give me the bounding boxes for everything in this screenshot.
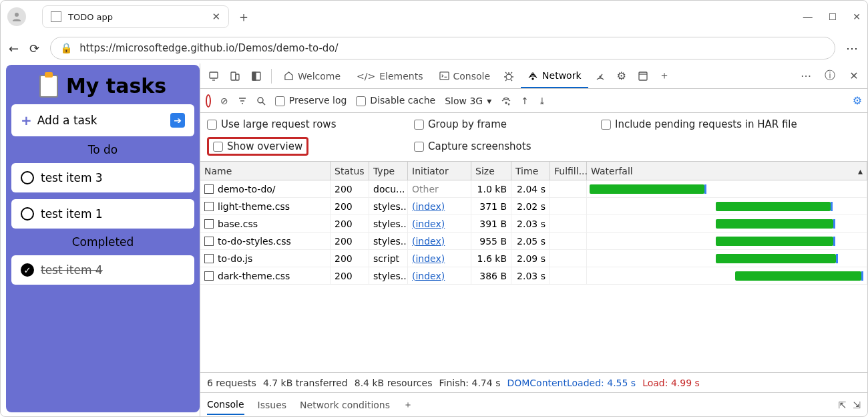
browser-tab[interactable]: TODO app ✕	[42, 5, 229, 28]
search-icon[interactable]	[256, 96, 266, 106]
window-close-icon[interactable]: ✕	[853, 11, 861, 22]
add-task-input[interactable]: + Add a task ➔	[11, 104, 194, 136]
task-item[interactable]: test item 1	[11, 199, 194, 229]
dock-icon[interactable]	[247, 71, 266, 82]
throttling-select[interactable]: Slow 3G ▾	[445, 96, 491, 106]
app-icon[interactable]	[634, 71, 652, 82]
drawer-tab-network-conditions[interactable]: Network conditions	[300, 400, 390, 410]
svg-rect-5	[252, 72, 256, 80]
network-row[interactable]: dark-theme.css200styles...(index)386 B2.…	[200, 267, 867, 285]
clear-button[interactable]: ⊘	[220, 96, 228, 106]
todo-app: My tasks + Add a task ➔ To do test item …	[6, 65, 200, 412]
task-checkbox-checked[interactable]: ✓	[21, 263, 34, 277]
profile-avatar[interactable]	[7, 7, 26, 26]
initiator-link[interactable]: (index)	[412, 253, 445, 264]
add-tab-icon[interactable]: ＋	[655, 69, 674, 83]
drawer-add-icon[interactable]: ＋	[403, 399, 413, 411]
col-fulfilled[interactable]: Fulfill...	[550, 162, 587, 180]
back-button[interactable]: ←	[9, 41, 19, 55]
preserve-log-checkbox[interactable]: Preserve log	[275, 95, 347, 106]
capture-screenshots-checkbox[interactable]: Capture screenshots	[414, 137, 601, 156]
network-table-body[interactable]: demo-to-do/200docu...Other1.0 kB2.04 sli…	[200, 180, 867, 372]
show-overview-checkbox[interactable]: Show overview	[207, 137, 308, 156]
network-row[interactable]: demo-to-do/200docu...Other1.0 kB2.04 s	[200, 180, 867, 198]
initiator-link[interactable]: (index)	[412, 236, 445, 247]
browser-menu-button[interactable]: ⋯	[846, 41, 859, 55]
initiator-link[interactable]: (index)	[412, 219, 445, 229]
large-rows-checkbox[interactable]: Use large request rows	[207, 118, 414, 130]
lock-icon: 🔒	[60, 42, 73, 54]
task-item[interactable]: test item 3	[11, 163, 194, 192]
disable-cache-checkbox[interactable]: Disable cache	[356, 95, 435, 106]
waterfall-bar	[716, 202, 831, 211]
pending-har-checkbox[interactable]: Include pending requests in HAR file	[601, 118, 861, 130]
col-status[interactable]: Status	[331, 162, 369, 180]
url-text: https://microsoftedge.github.io/Demos/de…	[79, 42, 338, 54]
drawer-tab-issues[interactable]: Issues	[258, 400, 287, 410]
task-checkbox[interactable]	[21, 171, 34, 184]
waterfall-bar	[716, 237, 833, 246]
devtools: Welcome </> Elements Console Network ⚙	[200, 63, 867, 416]
network-settings-icon[interactable]: ⚙	[853, 94, 862, 107]
record-button[interactable]	[206, 96, 211, 106]
waterfall-bar	[716, 254, 836, 263]
drawer-collapse-icon[interactable]: ⇲	[853, 400, 861, 410]
devtools-tabbar: Welcome </> Elements Console Network ⚙	[200, 63, 867, 89]
tab-elements[interactable]: </> Elements	[350, 63, 429, 88]
plus-icon: +	[21, 112, 32, 128]
network-row[interactable]: base.css200styles...(index)391 B2.03 s	[200, 215, 867, 233]
devtools-drawer: Console Issues Network conditions ＋ ⇱ ⇲	[200, 392, 867, 416]
network-row[interactable]: to-do.js200script(index)1.6 kB2.09 s	[200, 250, 867, 267]
col-type[interactable]: Type	[369, 162, 408, 180]
navigation-bar: ← ⟳ 🔒 https://microsoftedge.github.io/De…	[1, 33, 867, 63]
submit-task-button[interactable]: ➔	[170, 113, 185, 128]
more-tools-icon[interactable]: ⋯	[797, 70, 815, 82]
col-name[interactable]: Name	[200, 162, 331, 180]
todo-section-label: To do	[11, 143, 194, 156]
file-icon	[204, 184, 214, 194]
tab-console[interactable]: Console	[433, 63, 497, 88]
filter-icon[interactable]	[238, 96, 247, 106]
settings-gear-icon[interactable]: ⚙	[612, 70, 631, 82]
col-time[interactable]: Time	[511, 162, 550, 180]
wifi-settings-icon[interactable]	[501, 96, 511, 106]
window-minimize-icon[interactable]: ―	[803, 11, 813, 22]
col-initiator[interactable]: Initiator	[408, 162, 471, 180]
download-icon[interactable]: ⤓	[538, 96, 546, 106]
address-bar[interactable]: 🔒 https://microsoftedge.github.io/Demos/…	[50, 37, 835, 59]
performance-icon[interactable]	[591, 71, 610, 82]
network-table: Name Status Type Initiator Size Time Ful…	[200, 162, 867, 392]
task-checkbox[interactable]	[21, 207, 34, 221]
svg-rect-3	[236, 74, 239, 80]
col-size[interactable]: Size	[471, 162, 511, 180]
chevron-down-icon: ▾	[487, 96, 491, 106]
initiator-link[interactable]: (index)	[412, 271, 445, 281]
new-tab-button[interactable]: ＋	[237, 8, 250, 26]
waterfall-bar	[735, 271, 861, 281]
tab-network[interactable]: Network	[521, 63, 588, 88]
file-icon	[204, 254, 214, 263]
tab-close-icon[interactable]: ✕	[212, 11, 220, 23]
drawer-tab-console[interactable]: Console	[207, 399, 244, 415]
col-waterfall[interactable]: Waterfall▴	[587, 162, 867, 180]
group-by-frame-checkbox[interactable]: Group by frame	[414, 118, 601, 130]
window-maximize-icon[interactable]: ☐	[829, 11, 837, 22]
svg-rect-10	[639, 72, 647, 80]
device-icon[interactable]	[226, 71, 244, 82]
help-icon[interactable]: ⓘ	[821, 69, 839, 83]
title-bar: TODO app ✕ ＋ ― ☐ ✕	[1, 1, 867, 33]
devtools-close-icon[interactable]: ✕	[845, 70, 863, 82]
network-row[interactable]: light-theme.css200styles...(index)371 B2…	[200, 198, 867, 215]
drawer-expand-icon[interactable]: ⇱	[839, 400, 847, 410]
task-item-done[interactable]: ✓ test item 4	[11, 255, 194, 285]
inspect-icon[interactable]	[204, 71, 223, 82]
file-icon	[204, 271, 214, 281]
upload-icon[interactable]: ↑	[521, 96, 529, 106]
file-icon	[204, 202, 214, 211]
tab-welcome[interactable]: Welcome	[277, 63, 347, 88]
bug-icon[interactable]	[499, 71, 518, 82]
refresh-button[interactable]: ⟳	[29, 41, 39, 55]
initiator-link[interactable]: (index)	[412, 201, 445, 212]
network-row[interactable]: to-do-styles.css200styles...(index)955 B…	[200, 233, 867, 250]
file-icon	[204, 219, 214, 229]
